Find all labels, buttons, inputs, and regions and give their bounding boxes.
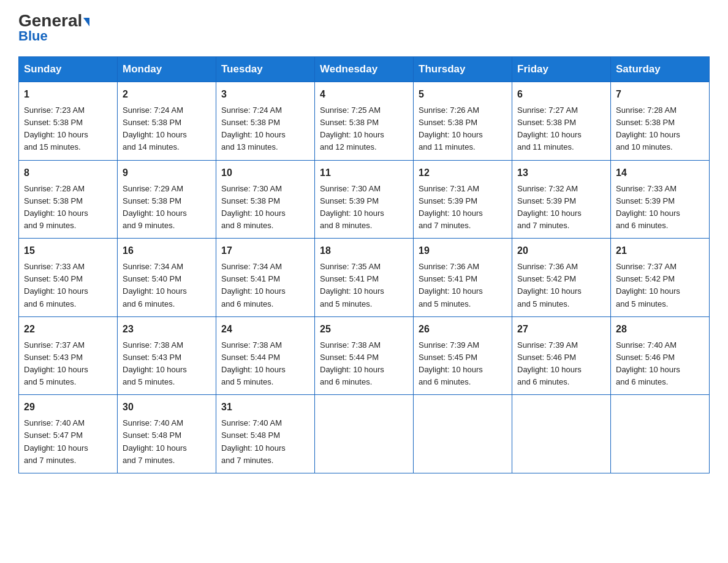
day-info: Sunrise: 7:38 AMSunset: 5:44 PMDaylight:…: [221, 339, 309, 389]
day-number: 8: [24, 166, 112, 180]
calendar-cell: 4Sunrise: 7:25 AMSunset: 5:38 PMDaylight…: [315, 82, 414, 161]
calendar-cell: [414, 395, 512, 473]
day-info: Sunrise: 7:35 AMSunset: 5:41 PMDaylight:…: [320, 261, 408, 310]
calendar-week-row: 8Sunrise: 7:28 AMSunset: 5:38 PMDaylight…: [19, 160, 710, 239]
day-number: 30: [123, 400, 211, 415]
calendar-cell: 26Sunrise: 7:39 AMSunset: 5:45 PMDayligh…: [414, 316, 512, 395]
header-tuesday: Tuesday: [216, 57, 315, 82]
day-info: Sunrise: 7:36 AMSunset: 5:42 PMDaylight:…: [517, 261, 605, 310]
day-number: 11: [320, 166, 408, 180]
day-number: 10: [221, 166, 309, 180]
day-number: 22: [24, 322, 112, 337]
calendar-cell: 10Sunrise: 7:30 AMSunset: 5:38 PMDayligh…: [216, 160, 315, 239]
day-info: Sunrise: 7:31 AMSunset: 5:39 PMDaylight:…: [419, 183, 507, 232]
day-info: Sunrise: 7:24 AMSunset: 5:38 PMDaylight:…: [221, 104, 309, 154]
day-number: 29: [24, 400, 112, 415]
calendar-cell: 14Sunrise: 7:33 AMSunset: 5:39 PMDayligh…: [611, 160, 710, 239]
day-number: 21: [616, 243, 704, 258]
calendar-cell: 18Sunrise: 7:35 AMSunset: 5:41 PMDayligh…: [315, 239, 414, 317]
day-info: Sunrise: 7:34 AMSunset: 5:40 PMDaylight:…: [123, 261, 211, 310]
calendar-cell: 6Sunrise: 7:27 AMSunset: 5:38 PMDaylight…: [512, 82, 611, 161]
calendar-cell: 8Sunrise: 7:28 AMSunset: 5:38 PMDaylight…: [19, 160, 118, 239]
day-number: 17: [221, 243, 309, 258]
calendar-week-row: 15Sunrise: 7:33 AMSunset: 5:40 PMDayligh…: [19, 239, 710, 317]
page-header: General Blue: [18, 12, 710, 44]
calendar-cell: 17Sunrise: 7:34 AMSunset: 5:41 PMDayligh…: [216, 239, 315, 317]
logo-blue: Blue: [18, 28, 48, 44]
day-number: 27: [517, 322, 605, 337]
header-thursday: Thursday: [414, 57, 512, 82]
day-info: Sunrise: 7:24 AMSunset: 5:38 PMDaylight:…: [123, 104, 211, 154]
calendar-cell: 28Sunrise: 7:40 AMSunset: 5:46 PMDayligh…: [611, 316, 710, 395]
day-info: Sunrise: 7:38 AMSunset: 5:44 PMDaylight:…: [320, 339, 408, 389]
day-info: Sunrise: 7:39 AMSunset: 5:46 PMDaylight:…: [517, 339, 605, 389]
day-info: Sunrise: 7:40 AMSunset: 5:47 PMDaylight:…: [24, 417, 112, 467]
day-number: 28: [616, 322, 704, 337]
day-number: 2: [123, 87, 211, 102]
day-number: 12: [419, 166, 507, 180]
day-number: 18: [320, 243, 408, 258]
header-monday: Monday: [118, 57, 216, 82]
day-number: 16: [123, 243, 211, 258]
day-number: 5: [419, 87, 507, 102]
calendar-cell: 2Sunrise: 7:24 AMSunset: 5:38 PMDaylight…: [118, 82, 216, 161]
day-number: 3: [221, 87, 309, 102]
calendar-cell: 23Sunrise: 7:38 AMSunset: 5:43 PMDayligh…: [118, 316, 216, 395]
day-number: 19: [419, 243, 507, 258]
calendar-cell: 7Sunrise: 7:28 AMSunset: 5:38 PMDaylight…: [611, 82, 710, 161]
header-sunday: Sunday: [19, 57, 118, 82]
header-wednesday: Wednesday: [315, 57, 414, 82]
calendar-cell: 13Sunrise: 7:32 AMSunset: 5:39 PMDayligh…: [512, 160, 611, 239]
logo-general: General: [18, 12, 89, 29]
day-info: Sunrise: 7:25 AMSunset: 5:38 PMDaylight:…: [320, 104, 408, 154]
day-number: 4: [320, 87, 408, 102]
day-number: 24: [221, 322, 309, 337]
calendar-cell: 29Sunrise: 7:40 AMSunset: 5:47 PMDayligh…: [19, 395, 118, 473]
calendar-cell: 25Sunrise: 7:38 AMSunset: 5:44 PMDayligh…: [315, 316, 414, 395]
calendar-cell: 1Sunrise: 7:23 AMSunset: 5:38 PMDaylight…: [19, 82, 118, 161]
day-number: 15: [24, 243, 112, 258]
calendar-table: SundayMondayTuesdayWednesdayThursdayFrid…: [18, 56, 710, 473]
day-info: Sunrise: 7:32 AMSunset: 5:39 PMDaylight:…: [517, 183, 605, 232]
header-saturday: Saturday: [611, 57, 710, 82]
calendar-cell: [512, 395, 611, 473]
day-number: 20: [517, 243, 605, 258]
day-info: Sunrise: 7:29 AMSunset: 5:38 PMDaylight:…: [123, 183, 211, 232]
calendar-cell: 21Sunrise: 7:37 AMSunset: 5:42 PMDayligh…: [611, 239, 710, 317]
calendar-cell: 12Sunrise: 7:31 AMSunset: 5:39 PMDayligh…: [414, 160, 512, 239]
day-info: Sunrise: 7:37 AMSunset: 5:42 PMDaylight:…: [616, 261, 704, 310]
calendar-cell: 27Sunrise: 7:39 AMSunset: 5:46 PMDayligh…: [512, 316, 611, 395]
day-info: Sunrise: 7:38 AMSunset: 5:43 PMDaylight:…: [123, 339, 211, 389]
day-info: Sunrise: 7:26 AMSunset: 5:38 PMDaylight:…: [419, 104, 507, 154]
day-info: Sunrise: 7:40 AMSunset: 5:46 PMDaylight:…: [616, 339, 704, 389]
day-info: Sunrise: 7:34 AMSunset: 5:41 PMDaylight:…: [221, 261, 309, 310]
day-number: 7: [616, 87, 704, 102]
calendar-cell: 11Sunrise: 7:30 AMSunset: 5:39 PMDayligh…: [315, 160, 414, 239]
day-info: Sunrise: 7:40 AMSunset: 5:48 PMDaylight:…: [123, 417, 211, 467]
day-number: 26: [419, 322, 507, 337]
calendar-cell: 22Sunrise: 7:37 AMSunset: 5:43 PMDayligh…: [19, 316, 118, 395]
calendar-cell: 24Sunrise: 7:38 AMSunset: 5:44 PMDayligh…: [216, 316, 315, 395]
day-info: Sunrise: 7:30 AMSunset: 5:39 PMDaylight:…: [320, 183, 408, 232]
day-number: 9: [123, 166, 211, 180]
calendar-cell: [315, 395, 414, 473]
calendar-cell: 3Sunrise: 7:24 AMSunset: 5:38 PMDaylight…: [216, 82, 315, 161]
calendar-cell: 20Sunrise: 7:36 AMSunset: 5:42 PMDayligh…: [512, 239, 611, 317]
day-number: 31: [221, 400, 309, 415]
day-info: Sunrise: 7:23 AMSunset: 5:38 PMDaylight:…: [24, 104, 112, 154]
day-info: Sunrise: 7:39 AMSunset: 5:45 PMDaylight:…: [419, 339, 507, 389]
day-info: Sunrise: 7:28 AMSunset: 5:38 PMDaylight:…: [24, 183, 112, 232]
day-number: 1: [24, 87, 112, 102]
day-info: Sunrise: 7:33 AMSunset: 5:39 PMDaylight:…: [616, 183, 704, 232]
day-number: 6: [517, 87, 605, 102]
day-info: Sunrise: 7:28 AMSunset: 5:38 PMDaylight:…: [616, 104, 704, 154]
calendar-cell: 16Sunrise: 7:34 AMSunset: 5:40 PMDayligh…: [118, 239, 216, 317]
calendar-week-row: 1Sunrise: 7:23 AMSunset: 5:38 PMDaylight…: [19, 82, 710, 161]
calendar-cell: 31Sunrise: 7:40 AMSunset: 5:48 PMDayligh…: [216, 395, 315, 473]
calendar-week-row: 29Sunrise: 7:40 AMSunset: 5:47 PMDayligh…: [19, 395, 710, 473]
day-info: Sunrise: 7:27 AMSunset: 5:38 PMDaylight:…: [517, 104, 605, 154]
day-number: 13: [517, 166, 605, 180]
day-info: Sunrise: 7:30 AMSunset: 5:38 PMDaylight:…: [221, 183, 309, 232]
day-info: Sunrise: 7:37 AMSunset: 5:43 PMDaylight:…: [24, 339, 112, 389]
calendar-cell: 15Sunrise: 7:33 AMSunset: 5:40 PMDayligh…: [19, 239, 118, 317]
